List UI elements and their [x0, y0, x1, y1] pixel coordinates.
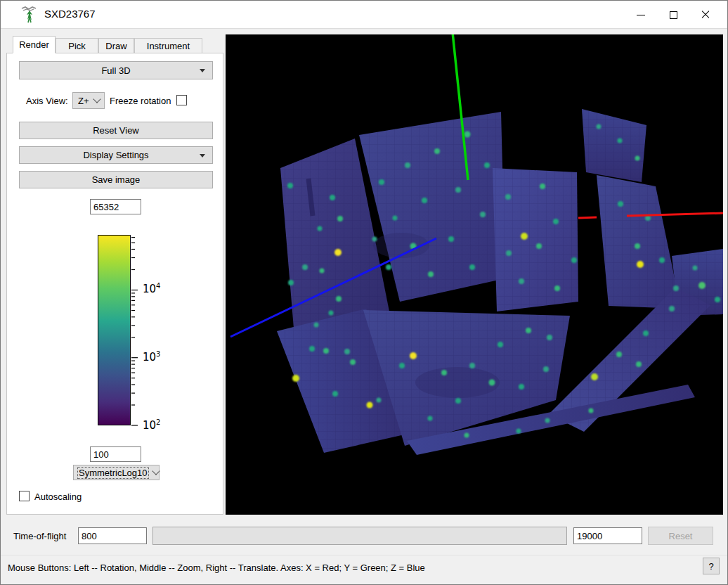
autoscaling-label: Autoscaling: [34, 491, 82, 502]
detector-panels-scene: [226, 34, 723, 515]
render-controls-panel: Render Pick Draw Instrument Full 3D Axis…: [6, 36, 223, 515]
tof-label: Time-of-flight: [13, 531, 66, 541]
app-window: SXD23767 Render Pick Draw Instrument Ful…: [0, 0, 728, 585]
autoscaling-checkbox[interactable]: [19, 491, 30, 501]
projection-dropdown[interactable]: Full 3D: [19, 61, 213, 79]
close-icon: [701, 10, 710, 20]
maximize-icon: [670, 11, 677, 19]
save-image-button[interactable]: Save image: [19, 171, 213, 188]
scale-max-input[interactable]: [90, 199, 141, 214]
minimize-button[interactable]: [625, 1, 657, 29]
scale-type-select[interactable]: SymmetricLog10: [73, 465, 160, 480]
tof-reset-button[interactable]: Reset: [648, 527, 713, 545]
axis-view-select[interactable]: Z+: [72, 92, 105, 109]
colorbar-tick-label: 102: [143, 418, 176, 432]
reset-view-button[interactable]: Reset View: [19, 122, 213, 139]
tof-range-slider[interactable]: [152, 527, 567, 545]
chevron-down-icon: [93, 95, 100, 103]
close-button[interactable]: [689, 1, 722, 29]
colorbar-tick-label: 104: [143, 282, 176, 296]
display-settings-dropdown[interactable]: Display Settings: [19, 146, 213, 164]
scale-min-input[interactable]: [90, 446, 141, 462]
dropdown-arrow-icon: [200, 154, 205, 158]
freeze-rotation-label: Freeze rotation: [110, 96, 171, 106]
x-axis-red: [578, 217, 597, 218]
chevron-down-icon: [152, 467, 160, 475]
colorbar-tick-label: 103: [143, 350, 176, 364]
titlebar: SXD23767: [1, 1, 727, 29]
tab-draw[interactable]: Draw: [98, 38, 134, 53]
status-bar: Mouse Buttons: Left -- Rotation, Middle …: [1, 555, 727, 584]
minimize-icon: [637, 15, 645, 15]
freeze-rotation-checkbox[interactable]: [176, 95, 187, 105]
tof-max-input[interactable]: [573, 527, 642, 544]
colorbar-ticks: [131, 235, 140, 426]
tof-min-input[interactable]: [78, 527, 147, 544]
tab-render[interactable]: Render: [13, 36, 56, 53]
dropdown-arrow-icon: [200, 69, 205, 72]
status-message: Mouse Buttons: Left -- Rotation, Middle …: [8, 562, 425, 573]
colorbar: 104 103 102: [98, 235, 178, 429]
axis-view-label: Axis View:: [26, 96, 68, 106]
window-title: SXD23767: [44, 8, 96, 20]
mantid-logo-icon: [20, 6, 39, 24]
help-button[interactable]: ?: [703, 558, 720, 574]
instrument-3d-view[interactable]: [226, 34, 723, 515]
colorbar-gradient: [98, 235, 131, 425]
maximize-button[interactable]: [657, 1, 689, 29]
tab-pick[interactable]: Pick: [56, 38, 98, 53]
tab-instrument[interactable]: Instrument: [134, 38, 202, 53]
